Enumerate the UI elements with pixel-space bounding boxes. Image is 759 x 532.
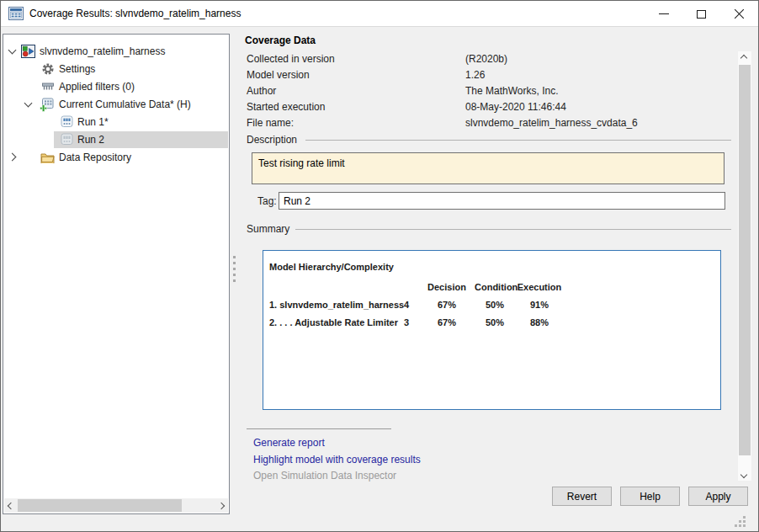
row-execution: 88% <box>515 317 564 327</box>
row-condition: 50% <box>475 300 515 310</box>
results-tree-panel: slvnvdemo_ratelim_harness Settings Appli… <box>3 34 230 514</box>
cumulative-data-icon <box>40 98 54 112</box>
field-label: Author <box>247 85 276 97</box>
chevron-down-icon[interactable] <box>8 46 17 55</box>
row-name: 2. . . . Adjustable Rate Limiter <box>269 317 394 327</box>
tree-item-applied-filters[interactable]: Applied filters (0) <box>3 78 228 95</box>
tree-item-label: Run 1* <box>77 116 109 128</box>
resize-grip[interactable] <box>735 516 737 519</box>
run-icon <box>61 133 73 146</box>
scroll-left-icon[interactable] <box>8 503 14 509</box>
row-complexity: 4 <box>394 300 419 310</box>
group-divider <box>295 229 731 230</box>
folder-icon <box>40 152 55 163</box>
maximize-icon <box>697 10 706 19</box>
description-textarea[interactable] <box>252 152 724 184</box>
panel-splitter-handle[interactable] <box>233 256 236 258</box>
tree-item-data-repository[interactable]: Data Repository <box>3 149 228 166</box>
tree-item-current-cumulative-data[interactable]: Current Cumulative Data* (H) <box>3 96 228 113</box>
group-divider <box>305 140 731 141</box>
minimize-icon <box>659 13 669 14</box>
close-icon <box>734 8 745 19</box>
tree-item-label: Data Repository <box>59 152 131 163</box>
minimize-button[interactable] <box>645 1 682 27</box>
tree-horizontal-scrollbar[interactable] <box>4 498 228 513</box>
chevron-down-icon[interactable] <box>24 99 33 108</box>
tree-item-label: slvnvdemo_ratelim_harness <box>40 45 165 57</box>
window-title: Coverage Results: slvnvdemo_ratelim_harn… <box>29 8 241 19</box>
scrollbar-thumb[interactable] <box>739 65 751 455</box>
tree-item-run-2[interactable]: Run 2 <box>3 131 228 148</box>
help-button[interactable]: Help <box>620 487 680 506</box>
tag-input[interactable] <box>279 192 725 210</box>
field-label: Collected in version <box>247 53 335 65</box>
row-name: 1. slvnvdemo_ratelim_harness <box>269 300 394 310</box>
summary-table-row: 2. . . . Adjustable Rate Limiter 3 67% 5… <box>269 317 720 327</box>
row-decision: 67% <box>419 300 475 310</box>
chevron-right-icon[interactable] <box>8 153 17 162</box>
summary-header-row: Decision Condition Execution <box>269 282 720 292</box>
row-execution: 91% <box>515 300 564 310</box>
tag-label: Tag: <box>257 195 277 207</box>
row-decision: 67% <box>419 317 475 327</box>
column-header-execution: Execution <box>515 282 564 292</box>
description-group-label: Description <box>247 134 297 146</box>
field-value: (R2020b) <box>465 53 507 65</box>
summary-report-panel: Model Hierarchy/Complexity Decision Cond… <box>263 250 721 410</box>
tree-item-label: Applied filters (0) <box>59 81 135 93</box>
scrollbar-thumb[interactable] <box>18 499 182 512</box>
row-complexity: 3 <box>394 317 419 327</box>
tree-item-label: Settings <box>59 63 95 75</box>
summary-group-label: Summary <box>247 223 289 235</box>
simulink-model-icon <box>21 45 35 58</box>
open-sdi-link: Open Simulation Data Inspector <box>253 470 396 481</box>
field-value: The MathWorks, Inc. <box>465 85 558 97</box>
apply-button[interactable]: Apply <box>688 487 748 506</box>
panel-vertical-scrollbar[interactable] <box>738 51 751 481</box>
filter-icon <box>41 80 55 93</box>
close-button[interactable] <box>720 1 758 27</box>
highlight-model-link[interactable]: Highlight model with coverage results <box>253 454 421 466</box>
column-header-decision: Decision <box>419 282 475 292</box>
tree-item-label: Run 2 <box>77 134 104 146</box>
scroll-right-icon[interactable] <box>218 503 225 509</box>
revert-button[interactable]: Revert <box>552 487 612 506</box>
field-value: 1.26 <box>465 69 485 81</box>
tree-item-model-root[interactable]: slvnvdemo_ratelim_harness <box>3 43 228 60</box>
title-bar[interactable]: Coverage Results: slvnvdemo_ratelim_harn… <box>1 1 758 27</box>
row-condition: 50% <box>475 317 515 327</box>
field-label: Started execution <box>247 101 325 113</box>
scroll-up-icon[interactable] <box>740 55 747 61</box>
tree-item-label: Current Cumulative Data* (H) <box>59 98 191 110</box>
column-header-condition: Condition <box>475 282 515 292</box>
gear-icon <box>41 62 55 76</box>
summary-table-title: Model Hierarchy/Complexity <box>269 262 720 272</box>
links-divider <box>247 428 391 429</box>
field-value: 08-May-2020 11:46:44 <box>465 101 566 113</box>
coverage-results-window: Coverage Results: slvnvdemo_ratelim_harn… <box>0 0 759 532</box>
field-label: File name: <box>247 117 294 129</box>
tree-item-run-1[interactable]: Run 1* <box>3 114 228 130</box>
generate-report-link[interactable]: Generate report <box>253 437 325 449</box>
summary-table-row: 1. slvnvdemo_ratelim_harness 4 67% 50% 9… <box>269 300 720 310</box>
run-icon <box>61 115 73 128</box>
scroll-down-icon[interactable] <box>740 471 747 478</box>
field-value: slvnvdemo_ratelim_harness_cvdata_6 <box>465 117 638 129</box>
coverage-data-heading: Coverage Data <box>245 35 316 46</box>
field-label: Model version <box>247 69 310 81</box>
coverage-table-icon <box>8 7 24 20</box>
tree-item-settings[interactable]: Settings <box>3 61 228 77</box>
maximize-button[interactable] <box>682 1 720 27</box>
